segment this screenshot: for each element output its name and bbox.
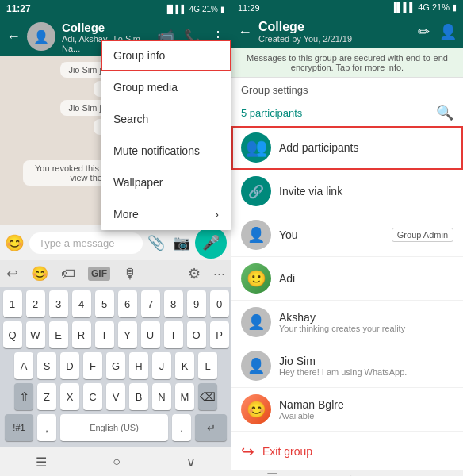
key-a[interactable]: A [14, 352, 33, 379]
add-participants-item[interactable]: 👥 Add participants [232, 126, 463, 170]
emoji-toolbar-icon[interactable]: 😊 [31, 265, 48, 282]
adi-avatar: 🙂 [241, 263, 271, 294]
left-status-bar: 11:27 ▐▌▌▌ 4G 21% ▮ [0, 0, 232, 17]
key-r[interactable]: R [72, 321, 91, 348]
search-participants-icon[interactable]: 🔍 [436, 104, 453, 121]
message-input[interactable]: Type a message [29, 232, 143, 254]
gif-btn[interactable]: GIF [88, 267, 110, 281]
key-2[interactable]: 2 [26, 290, 45, 317]
mute-label: Mute notifications [113, 144, 200, 157]
key-5[interactable]: 5 [95, 290, 114, 317]
key-1[interactable]: 1 [3, 290, 22, 317]
keyboard-row-numbers: 1 2 3 4 5 6 7 8 9 0 [2, 290, 230, 317]
camera-icon[interactable]: 📷 [173, 234, 190, 251]
mic-button[interactable]: 🎤 [195, 227, 227, 259]
key-s[interactable]: S [37, 352, 56, 379]
right-status-bar: 11:29 ▐▌▌▌ 4G 21% ▮ [232, 0, 463, 15]
gif-icon[interactable]: ↩ [6, 265, 18, 282]
participant-naman[interactable]: 😊 Naman Bglre Available [232, 388, 463, 432]
period-key[interactable]: . [172, 414, 191, 441]
nav-menu-icon[interactable]: ☰ [36, 455, 47, 470]
group-media-label: Group media [113, 81, 178, 94]
delete-key[interactable]: ⌫ [198, 383, 217, 410]
key-m[interactable]: M [175, 383, 194, 410]
invite-via-link-item[interactable]: 🔗 Invite via link [232, 170, 463, 213]
sticker-icon[interactable]: 🏷 [61, 266, 75, 282]
naman-avatar: 😊 [241, 394, 271, 424]
key-3[interactable]: 3 [49, 290, 68, 317]
nav-back-icon[interactable]: ∨ [186, 455, 196, 470]
key-j[interactable]: J [152, 352, 171, 379]
key-e[interactable]: E [49, 321, 68, 348]
key-x[interactable]: X [60, 383, 79, 410]
enter-key[interactable]: ↵ [195, 414, 227, 441]
key-l[interactable]: L [198, 352, 217, 379]
participants-section-header: 5 participants 🔍 [232, 99, 463, 126]
back-arrow-icon[interactable]: ← [6, 29, 21, 45]
key-4[interactable]: 4 [72, 290, 91, 317]
key-d[interactable]: D [60, 352, 79, 379]
right-chat-subtitle: Created by You, 2/21/19 [258, 34, 352, 44]
left-status-icons: ▐▌▌▌ 4G 21% ▮ [164, 5, 225, 13]
key-v[interactable]: V [106, 383, 125, 410]
right-nav-menu[interactable]: ☰ [266, 470, 277, 476]
participant-adi[interactable]: 🙂 Adi [232, 257, 463, 301]
participants-count: 5 participants [241, 107, 302, 119]
menu-item-group-info[interactable]: Group info [101, 40, 232, 71]
right-chat-name: College [258, 20, 352, 34]
key-q[interactable]: Q [3, 321, 22, 348]
space-key[interactable]: English (US) [60, 414, 168, 441]
right-nav-home[interactable]: ○ [346, 471, 354, 477]
participant-akshay[interactable]: 👤 Akshay Your thinking creates your real… [232, 301, 463, 344]
symbol-key[interactable]: !#1 [5, 414, 33, 441]
nav-home-icon[interactable]: ○ [113, 455, 121, 469]
key-6[interactable]: 6 [118, 290, 137, 317]
key-9[interactable]: 9 [187, 290, 206, 317]
key-g[interactable]: G [106, 352, 125, 379]
menu-item-mute[interactable]: Mute notifications [101, 135, 232, 167]
key-7[interactable]: 7 [141, 290, 160, 317]
right-header[interactable]: ← College Created by You, 2/21/19 ✏ 👤 [232, 15, 463, 48]
key-i[interactable]: I [164, 321, 183, 348]
key-f[interactable]: F [83, 352, 102, 379]
menu-item-group-media[interactable]: Group media [101, 71, 232, 103]
right-back-icon[interactable]: ← [238, 24, 252, 40]
left-panel: 11:27 ▐▌▌▌ 4G 21% ▮ ← 👤 College Adi, Aks… [0, 0, 232, 476]
comma-key[interactable]: , [37, 414, 56, 441]
key-n[interactable]: N [152, 383, 171, 410]
menu-item-wallpaper[interactable]: Wallpaper [101, 167, 232, 198]
voice-icon[interactable]: 🎙 [123, 266, 137, 282]
key-c[interactable]: C [83, 383, 102, 410]
search-label: Search [113, 113, 148, 125]
exit-group-item[interactable]: ↪ Exit group [232, 432, 463, 470]
menu-item-search[interactable]: Search [101, 103, 232, 135]
emoji-icon[interactable]: 😊 [5, 233, 25, 252]
key-w[interactable]: W [26, 321, 45, 348]
exit-group-label[interactable]: Exit group [262, 445, 312, 458]
key-b[interactable]: B [129, 383, 148, 410]
akshay-info: Akshay Your thinking creates your realit… [279, 311, 453, 333]
key-0[interactable]: 0 [210, 290, 229, 317]
person-add-icon[interactable]: 👤 [439, 23, 457, 40]
key-k[interactable]: K [175, 352, 194, 379]
key-p[interactable]: P [210, 321, 229, 348]
menu-item-more[interactable]: More › [101, 198, 232, 230]
right-time: 11:29 [238, 3, 260, 13]
shift-key[interactable]: ⇧ [14, 383, 33, 410]
participant-you[interactable]: 👤 You Group Admin [232, 213, 463, 257]
right-nav-back[interactable]: ‹ [424, 471, 428, 477]
key-h[interactable]: H [129, 352, 148, 379]
key-8[interactable]: 8 [164, 290, 183, 317]
key-t[interactable]: T [95, 321, 114, 348]
key-y[interactable]: Y [118, 321, 137, 348]
edit-icon[interactable]: ✏ [418, 23, 430, 40]
input-placeholder: Type a message [39, 237, 114, 249]
key-z[interactable]: Z [37, 383, 56, 410]
akshay-avatar: 👤 [241, 307, 271, 337]
key-u[interactable]: U [141, 321, 160, 348]
settings-icon[interactable]: ⚙ [188, 265, 201, 282]
more-toolbar-icon[interactable]: ··· [213, 266, 225, 282]
participant-jio-sim[interactable]: 👤 Jio Sim Hey there! I am using WhatsApp… [232, 344, 463, 388]
attach-icon[interactable]: 📎 [147, 234, 165, 251]
key-o[interactable]: O [187, 321, 206, 348]
